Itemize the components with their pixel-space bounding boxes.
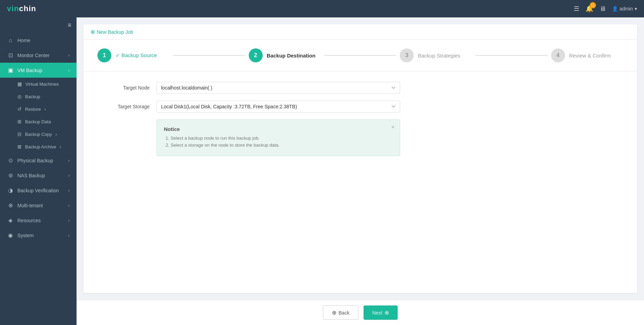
notification-icon[interactable]: 🔔 11 xyxy=(586,5,593,13)
sidebar-item-system[interactable]: ◉ System › xyxy=(0,228,77,243)
sidebar-item-restore-label: Restore xyxy=(25,107,41,112)
sidebar-item-resources-label: Resources xyxy=(17,218,41,223)
user-icon: 👤 xyxy=(612,6,618,11)
chevron-physical-backup-icon: › xyxy=(68,158,70,163)
chevron-backup-copy-icon: › xyxy=(55,132,57,137)
sidebar-item-vm-backup[interactable]: ▣ VM Backup ‹ xyxy=(0,63,77,78)
wizard-steps: 1 ✓ Backup Source 2 Backup Destination xyxy=(84,40,637,71)
step-1-number: 1 xyxy=(103,52,106,59)
chevron-backup-verification-icon: › xyxy=(68,188,70,193)
target-storage-row: Target Storage Local Disk1(Local Disk, C… xyxy=(104,101,616,113)
sidebar-toggle[interactable]: ≡ xyxy=(0,17,77,33)
sidebar-item-home[interactable]: ⌂ Home xyxy=(0,33,77,48)
sidebar-item-vm-backup-label: VM Backup xyxy=(17,68,42,73)
step-circle-1: 1 xyxy=(97,48,111,62)
wizard-step-3: 3 Backup Strategies xyxy=(400,48,472,62)
notice-close-button[interactable]: × xyxy=(391,124,395,130)
restore-icon: ↺ xyxy=(17,106,22,112)
sidebar-item-system-label: System xyxy=(17,233,34,238)
chevron-nas-backup-icon: › xyxy=(68,173,70,178)
hamburger-icon[interactable]: ≡ xyxy=(67,22,71,29)
step-2-label: Backup Destination xyxy=(267,53,316,59)
monitor-center-icon: ⊡ xyxy=(7,52,14,59)
chevron-restore-icon: › xyxy=(45,107,46,112)
step-circle-4: 4 xyxy=(551,48,565,62)
target-storage-select[interactable]: Local Disk1(Local Disk, Capacity :3.72TB… xyxy=(157,101,400,113)
sidebar-item-physical-backup-label: Physical Backup xyxy=(17,158,53,163)
sidebar-item-backup[interactable]: ◎ Backup xyxy=(0,90,77,103)
layout: ≡ ⌂ Home ⊡ Monitor Center › ▣ VM Backup … xyxy=(0,17,644,325)
sidebar-item-resources[interactable]: ◈ Resources › xyxy=(0,213,77,228)
user-menu[interactable]: 👤 admin ▾ xyxy=(612,6,637,11)
sidebar-item-backup-copy[interactable]: ⊟ Backup Copy › xyxy=(0,128,77,140)
sidebar-item-backup-verification-label: Backup Verification xyxy=(17,188,59,193)
target-node-select[interactable]: localhost.localdomain( ) xyxy=(157,82,400,94)
messages-icon[interactable]: ☰ xyxy=(574,5,579,13)
vm-backup-icon: ▣ xyxy=(7,67,14,73)
target-node-label: Target Node xyxy=(104,85,150,91)
next-label: Next xyxy=(372,310,382,316)
sidebar-item-monitor-center-label: Monitor Center xyxy=(17,53,50,58)
backup-data-icon: ⊞ xyxy=(17,119,22,124)
breadcrumb-label: New Backup Job xyxy=(97,29,133,35)
wizard-step-1: 1 ✓ Backup Source xyxy=(97,48,169,62)
step-circle-2: 2 xyxy=(249,48,263,62)
sidebar-item-backup-data-label: Backup Data xyxy=(25,119,51,124)
back-icon: ⊕ xyxy=(332,309,336,316)
sidebar-item-virtual-machines[interactable]: ▦ Virtual Machines xyxy=(0,78,77,90)
physical-backup-icon: ⊙ xyxy=(7,157,14,164)
chevron-resources-icon: › xyxy=(68,218,70,223)
form-area: Target Node localhost.localdomain( ) Tar… xyxy=(84,71,637,293)
user-label: admin xyxy=(620,6,633,11)
sidebar-item-nas-backup[interactable]: ⊚ NAS Backup › xyxy=(0,168,77,183)
notice-item-1: 1. Select a backup node to run this back… xyxy=(164,136,393,141)
backup-verification-icon: ◑ xyxy=(7,187,14,194)
step-connector-2 xyxy=(324,55,396,56)
step-circle-3: 3 xyxy=(400,48,414,62)
nas-backup-icon: ⊚ xyxy=(7,172,14,179)
sidebar-item-backup-verification[interactable]: ◑ Backup Verification › xyxy=(0,183,77,198)
main-content: ⊕ New Backup Job 1 ✓ Backup Source xyxy=(77,17,644,325)
chevron-backup-archive-icon: › xyxy=(60,144,61,149)
sidebar-item-backup-archive[interactable]: ⊠ Backup Archive › xyxy=(0,140,77,153)
step-4-number: 4 xyxy=(556,52,559,59)
header-right: ☰ 🔔 11 🖥 👤 admin ▾ xyxy=(574,5,637,13)
sidebar: ≡ ⌂ Home ⊡ Monitor Center › ▣ VM Backup … xyxy=(0,17,77,325)
sidebar-item-virtual-machines-label: Virtual Machines xyxy=(25,82,59,87)
step-3-label: Backup Strategies xyxy=(418,53,460,59)
chevron-system-icon: › xyxy=(68,233,70,238)
chevron-multi-tenant-icon: › xyxy=(68,203,70,208)
system-icon: ◉ xyxy=(7,232,14,239)
logo-chin: chin xyxy=(19,4,36,13)
monitor-icon[interactable]: 🖥 xyxy=(599,5,606,13)
backup-archive-icon: ⊠ xyxy=(17,144,22,149)
next-button[interactable]: Next ⊕ xyxy=(364,305,398,320)
sidebar-item-backup-archive-label: Backup Archive xyxy=(25,144,56,149)
breadcrumb-icon: ⊕ xyxy=(90,29,95,35)
backup-icon: ◎ xyxy=(17,94,22,99)
page-content: ⊕ New Backup Job 1 ✓ Backup Source xyxy=(77,17,644,300)
sidebar-item-physical-backup[interactable]: ⊙ Physical Backup › xyxy=(0,153,77,168)
step-3-number: 3 xyxy=(405,52,408,59)
sidebar-item-nas-backup-label: NAS Backup xyxy=(17,173,45,178)
notice-box: Notice × 1. Select a backup node to run … xyxy=(157,119,400,156)
content-card: ⊕ New Backup Job 1 ✓ Backup Source xyxy=(84,24,637,293)
sidebar-item-backup-data[interactable]: ⊞ Backup Data xyxy=(0,115,77,128)
notice-item-2: 2. Select a storage on the node to store… xyxy=(164,142,393,148)
sidebar-item-multi-tenant[interactable]: ⊗ Multi-tenant › xyxy=(0,198,77,213)
target-node-row: Target Node localhost.localdomain( ) xyxy=(104,82,616,94)
back-button[interactable]: ⊕ Back xyxy=(323,305,358,320)
footer-bar: ⊕ Back Next ⊕ xyxy=(77,300,644,325)
breadcrumb: ⊕ New Backup Job xyxy=(84,24,637,40)
sidebar-item-restore[interactable]: ↺ Restore › xyxy=(0,103,77,115)
wizard-step-4: 4 Review & Confirm xyxy=(551,48,623,62)
next-icon: ⊕ xyxy=(384,309,389,316)
sidebar-item-monitor-center[interactable]: ⊡ Monitor Center › xyxy=(0,48,77,63)
wizard-step-2: 2 Backup Destination xyxy=(249,48,321,62)
sidebar-item-home-label: Home xyxy=(17,38,30,43)
chevron-vm-backup-icon: ‹ xyxy=(68,68,70,73)
home-icon: ⌂ xyxy=(7,37,14,44)
logo: vinchin xyxy=(7,4,36,13)
step-connector-3 xyxy=(475,55,547,56)
notice-title: Notice xyxy=(164,126,393,132)
